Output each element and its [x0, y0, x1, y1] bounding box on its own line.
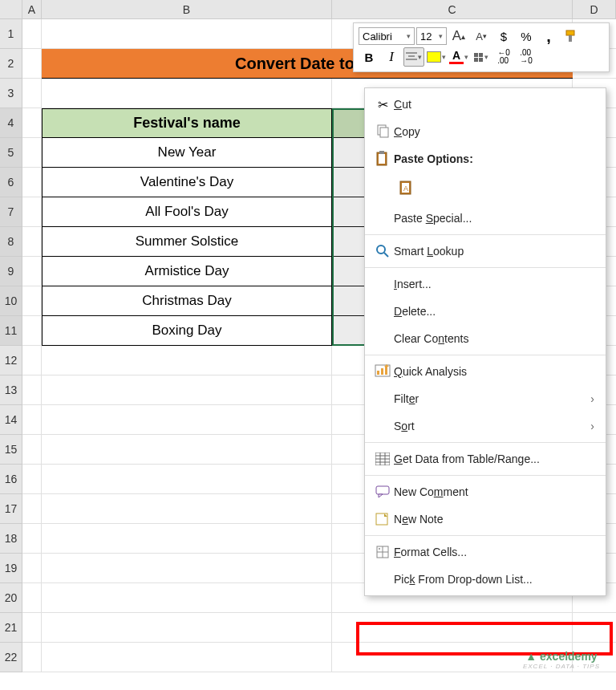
search-icon [371, 244, 394, 258]
row-header-6[interactable]: 6 [0, 168, 22, 197]
row-header-7[interactable]: 7 [0, 197, 22, 227]
percent-button[interactable]: % [516, 26, 537, 46]
svg-rect-1 [569, 35, 572, 42]
paste-default-button[interactable]: A [394, 176, 419, 200]
fill-color-button[interactable]: ▾ [426, 47, 447, 67]
format-cells-icon [371, 546, 394, 558]
svg-point-13 [377, 246, 385, 254]
row-header-1[interactable]: 1 [0, 19, 22, 49]
svg-rect-0 [566, 30, 574, 35]
table-header-festival[interactable]: Festival's name [42, 108, 332, 138]
row-header-13[interactable]: 13 [0, 375, 22, 405]
ctx-paste-special[interactable]: Paste Special... [365, 205, 606, 232]
row-header-14[interactable]: 14 [0, 405, 22, 435]
note-icon [371, 513, 394, 526]
svg-rect-18 [385, 367, 387, 375]
cell-b7[interactable]: All Fool's Day [42, 197, 332, 227]
ctx-quick-analysis[interactable]: Quick Analysis [365, 358, 606, 385]
ctx-copy[interactable]: Copy [365, 118, 606, 145]
col-header-a[interactable]: A [22, 0, 42, 18]
ctx-cut[interactable]: ✂ Cut [365, 91, 606, 118]
svg-rect-17 [381, 368, 383, 375]
font-color-button[interactable]: A▾ [448, 47, 469, 67]
ctx-new-note[interactable]: New Note [365, 505, 606, 533]
row-header-3[interactable]: 3 [0, 79, 22, 108]
row-header-19[interactable]: 19 [0, 554, 22, 583]
increase-font-button[interactable]: A▴ [448, 26, 469, 46]
paintbrush-icon [564, 29, 578, 43]
cell-b10[interactable]: Christmas Day [42, 286, 332, 316]
svg-marker-27 [379, 494, 383, 497]
fill-color-icon [427, 51, 441, 63]
ctx-insert[interactable]: Insert... [365, 270, 606, 298]
svg-rect-26 [376, 486, 389, 494]
col-header-b[interactable]: B [42, 0, 332, 18]
align-center-icon [406, 52, 417, 62]
row-header-8[interactable]: 8 [0, 227, 22, 257]
row-header-2[interactable]: 2 [0, 49, 22, 79]
svg-rect-9 [379, 151, 384, 154]
table-icon [371, 453, 394, 465]
copy-icon [371, 124, 394, 139]
watermark: ▲ exceldemy EXCEL · DATA · TIPS [523, 650, 600, 670]
comment-icon [371, 485, 394, 498]
font-name-dropdown[interactable]: Calibri▾ [359, 27, 415, 45]
increase-decimal-button[interactable]: ←0.00 [493, 47, 514, 67]
row-header-16[interactable]: 16 [0, 465, 22, 494]
quick-analysis-icon [371, 364, 394, 379]
cell-b5[interactable]: New Year [42, 138, 332, 168]
cell-b11[interactable]: Boxing Day [42, 316, 332, 346]
paste-icon: A [399, 179, 415, 197]
cell-b8[interactable]: Summer Solstice [42, 227, 332, 257]
ctx-get-data[interactable]: Get Data from Table/Range... [365, 445, 606, 473]
svg-line-14 [384, 253, 388, 257]
ctx-format-cells[interactable]: Format Cells... [365, 538, 606, 566]
italic-button[interactable]: I [381, 47, 402, 67]
row-header-17[interactable]: 17 [0, 494, 22, 524]
row-header-20[interactable]: 20 [0, 583, 22, 613]
ctx-paste-options-header: Paste Options: [365, 145, 606, 172]
svg-text:A: A [403, 185, 408, 193]
chevron-right-icon: › [590, 420, 594, 432]
row-header-5[interactable]: 5 [0, 138, 22, 168]
row-header-11[interactable]: 11 [0, 316, 22, 346]
row-header-10[interactable]: 10 [0, 286, 22, 316]
font-size-dropdown[interactable]: 12▾ [416, 27, 447, 45]
row-header-12[interactable]: 12 [0, 346, 22, 375]
clipboard-icon [371, 151, 394, 167]
col-header-d[interactable]: D [573, 0, 616, 18]
borders-icon [474, 53, 483, 62]
comma-button[interactable]: , [538, 26, 559, 46]
row-header-4[interactable]: 4 [0, 108, 22, 138]
font-color-icon: A [449, 50, 464, 64]
chevron-right-icon: › [590, 392, 594, 405]
svg-rect-8 [379, 154, 385, 164]
row-header-15[interactable]: 15 [0, 435, 22, 465]
mini-toolbar: Calibri▾ 12▾ A▴ A▾ $ % , B I ▾ ▾ A▾ ▾ ←0… [353, 22, 610, 72]
ctx-delete[interactable]: Delete... [365, 298, 606, 325]
format-painter-button[interactable] [561, 26, 582, 46]
svg-point-33 [379, 548, 380, 550]
svg-rect-16 [377, 371, 379, 375]
col-header-c[interactable]: C [332, 0, 573, 18]
row-header-21[interactable]: 21 [0, 613, 22, 643]
select-all-corner[interactable] [0, 0, 22, 18]
row-header-18[interactable]: 18 [0, 524, 22, 554]
ctx-new-comment[interactable]: New Comment [365, 478, 606, 505]
cell-b6[interactable]: Valentine's Day [42, 168, 332, 197]
row-header-22[interactable]: 22 [0, 643, 22, 672]
svg-rect-6 [380, 128, 388, 137]
ctx-filter[interactable]: Filter › [365, 385, 606, 412]
ctx-clear-contents[interactable]: Clear Contents [365, 325, 606, 352]
decrease-decimal-button[interactable]: .00→0 [516, 47, 537, 67]
cell-b9[interactable]: Armistice Day [42, 257, 332, 286]
ctx-pick-list[interactable]: Pick From Drop-down List... [365, 566, 606, 593]
ctx-smart-lookup[interactable]: Smart Lookup [365, 237, 606, 265]
row-header-9[interactable]: 9 [0, 257, 22, 286]
bold-button[interactable]: B [359, 47, 379, 67]
currency-button[interactable]: $ [493, 26, 514, 46]
align-center-button[interactable]: ▾ [403, 47, 424, 67]
decrease-font-button[interactable]: A▾ [471, 26, 492, 46]
ctx-sort[interactable]: Sort › [365, 412, 606, 440]
borders-button[interactable]: ▾ [471, 47, 492, 67]
